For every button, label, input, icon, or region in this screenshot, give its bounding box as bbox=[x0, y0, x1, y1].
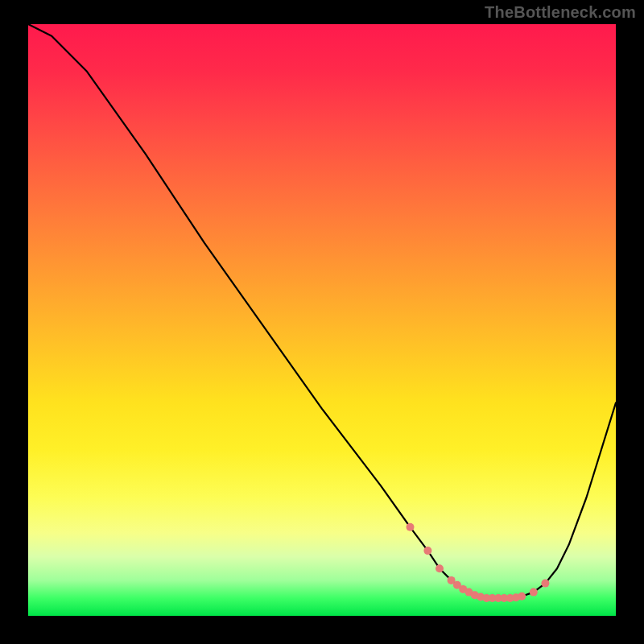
chart-frame: TheBottleneck.com bbox=[0, 0, 644, 644]
marker-dot bbox=[423, 547, 431, 555]
marker-dot bbox=[518, 592, 526, 601]
marker-dot bbox=[407, 523, 415, 531]
watermark-label: TheBottleneck.com bbox=[485, 3, 636, 22]
marker-dot bbox=[541, 580, 549, 588]
curve-svg bbox=[28, 24, 616, 616]
marker-dot bbox=[530, 588, 538, 597]
plot-area bbox=[28, 24, 616, 616]
bottleneck-curve bbox=[28, 24, 616, 598]
marker-dot bbox=[436, 564, 444, 572]
optimal-range-dots bbox=[407, 523, 550, 602]
